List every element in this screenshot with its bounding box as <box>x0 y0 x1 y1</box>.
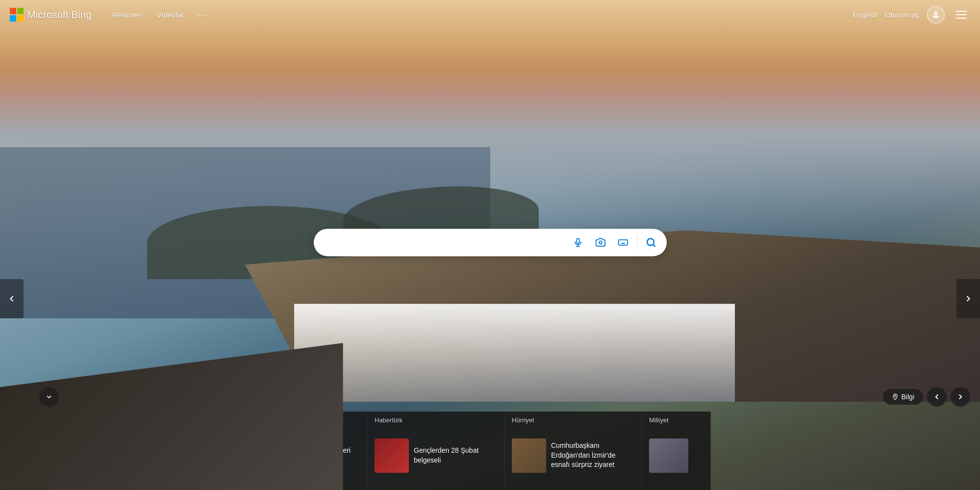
signin-button[interactable]: Oturum aç <box>885 11 919 19</box>
brand-logo[interactable]: Microsoft Bing <box>10 8 92 22</box>
navbar-right: English Oturum aç <box>853 6 970 24</box>
navbar-nav: Resimler Videolar ··· <box>106 6 853 24</box>
keyboard-button[interactable] <box>612 232 634 253</box>
microphone-button[interactable] <box>567 232 589 253</box>
svg-point-0 <box>934 11 938 15</box>
chevron-left-icon <box>932 392 941 401</box>
location-pin-icon <box>892 393 899 400</box>
camera-icon <box>595 237 606 248</box>
navbar: Microsoft Bing Resimler Videolar ··· Eng… <box>0 0 980 29</box>
sq-yellow <box>17 15 24 22</box>
side-prev-button[interactable] <box>0 279 24 318</box>
news-body-4: Cumhurbaşkanı Erdoğan'dan İzmir'de esnaf… <box>505 427 642 490</box>
avatar-icon <box>931 10 941 20</box>
svg-rect-2 <box>618 239 627 245</box>
hamburger-menu[interactable] <box>953 6 970 24</box>
search-bar <box>314 229 667 256</box>
sq-blue <box>10 15 16 22</box>
chevron-down-icon <box>45 393 53 401</box>
news-thumb-3 <box>375 438 409 473</box>
svg-point-3 <box>647 238 654 245</box>
info-label: Bilgi <box>902 393 914 401</box>
svg-point-4 <box>894 395 896 397</box>
camera-search-button[interactable] <box>590 232 611 253</box>
news-title-3: Gençlerden 28 Şubat belgeseli <box>414 446 498 465</box>
search-container <box>314 229 667 256</box>
search-divider <box>637 235 637 250</box>
news-title-4: Cumhurbaşkanı Erdoğan'dan İzmir'de esnaf… <box>551 441 635 470</box>
news-source-5: Milliyet <box>642 412 710 427</box>
news-body-3: Gençlerden 28 Şubat belgeseli <box>368 427 504 490</box>
sq-green <box>17 8 24 14</box>
microsoft-squares-icon <box>10 8 24 22</box>
news-source-3: Habertürk <box>368 412 504 427</box>
news-card-3[interactable]: Habertürk Gençlerden 28 Şubat belgeseli <box>368 412 505 490</box>
arrow-left-icon <box>7 294 17 304</box>
news-source-4: Hürriyet <box>505 412 642 427</box>
nav-images[interactable]: Resimler <box>106 8 147 22</box>
svg-rect-1 <box>577 238 579 243</box>
news-thumb-4 <box>512 438 546 473</box>
side-next-button[interactable] <box>956 279 980 318</box>
menu-line-3 <box>956 18 967 19</box>
menu-line-2 <box>956 14 967 15</box>
nav-more-dots[interactable]: ··· <box>194 6 213 24</box>
waterfall <box>294 304 735 402</box>
language-selector[interactable]: English <box>853 11 877 19</box>
news-card-5[interactable]: Milliyet <box>642 412 711 490</box>
news-thumb-5 <box>649 438 688 473</box>
news-body-5 <box>642 427 710 490</box>
user-avatar[interactable] <box>927 6 945 24</box>
info-button[interactable]: Bilgi <box>883 389 923 405</box>
keyboard-icon <box>618 237 628 248</box>
collapse-button[interactable] <box>39 387 59 407</box>
microphone-icon <box>573 237 583 248</box>
sq-red <box>10 8 16 14</box>
next-slide-button[interactable] <box>951 387 970 407</box>
news-card-4[interactable]: Hürriyet Cumhurbaşkanı Erdoğan'dan İzmir… <box>505 412 642 490</box>
menu-line-1 <box>956 11 967 12</box>
search-icons <box>567 232 662 253</box>
brand-name: Microsoft Bing <box>27 9 92 21</box>
search-submit-button[interactable] <box>640 232 662 253</box>
prev-slide-button[interactable] <box>927 387 947 407</box>
arrow-right-icon <box>963 294 973 304</box>
bottom-controls: Bilgi <box>883 387 970 407</box>
nav-videos[interactable]: Videolar <box>151 8 190 22</box>
chevron-right-icon <box>956 392 965 401</box>
search-input[interactable] <box>325 237 567 247</box>
search-icon <box>645 236 657 248</box>
